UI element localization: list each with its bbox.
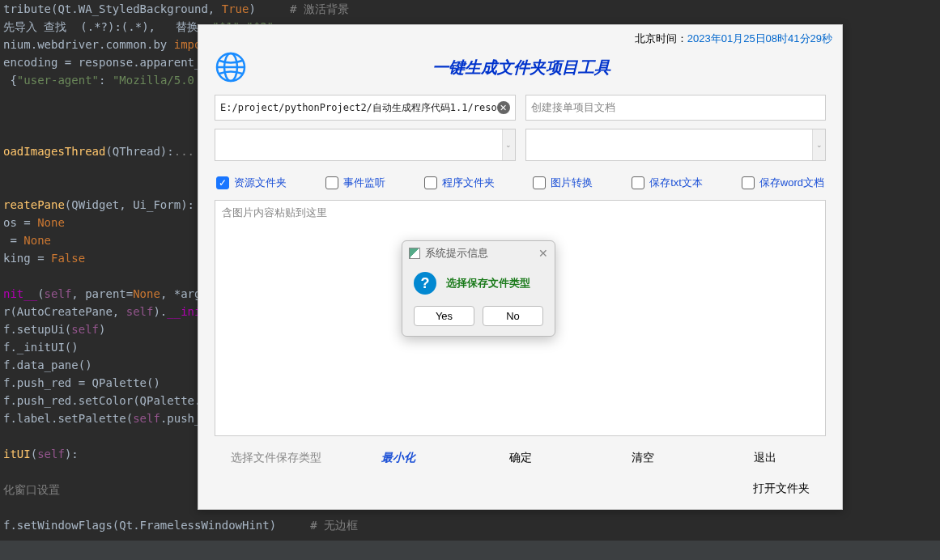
checkbox-box[interactable] bbox=[424, 176, 437, 189]
confirm-dialog: 系统提示信息 ✕ ? 选择保存文件类型 Yes No bbox=[402, 240, 555, 337]
path-input-field[interactable] bbox=[220, 102, 497, 113]
checkbox-label: 资源文件夹 bbox=[234, 176, 287, 190]
dialog-title: 系统提示信息 bbox=[425, 246, 488, 261]
globe-icon bbox=[215, 51, 247, 83]
time-label: 北京时间： bbox=[635, 32, 687, 46]
checkbox-label: 事件监听 bbox=[343, 176, 385, 190]
yes-button[interactable]: Yes bbox=[414, 306, 474, 326]
checkbox-box[interactable]: ✓ bbox=[216, 176, 229, 189]
checkbox-box[interactable] bbox=[533, 176, 546, 189]
checkbox-label: 程序文件夹 bbox=[442, 176, 495, 190]
dropdown-right[interactable]: ⌄ bbox=[525, 129, 827, 161]
checkbox-label: 保存word文档 bbox=[759, 176, 824, 190]
no-button[interactable]: No bbox=[483, 306, 543, 326]
open-folder-button[interactable]: 打开文件夹 bbox=[753, 482, 810, 496]
close-icon[interactable]: ✕ bbox=[538, 247, 548, 260]
checkbox-0[interactable]: ✓ 资源文件夹 bbox=[216, 176, 287, 190]
question-icon: ? bbox=[414, 272, 436, 295]
minimize-button[interactable]: 最小化 bbox=[337, 448, 459, 469]
checkbox-label: 保存txt文本 bbox=[649, 176, 703, 190]
app-title: 一键生成文件夹项目工具 bbox=[257, 57, 826, 78]
action-button-row: 选择文件保存类型 最小化 确定 清空 退出 bbox=[198, 439, 842, 473]
path-input[interactable]: ✕ bbox=[215, 95, 516, 121]
clear-button[interactable]: 清空 bbox=[581, 448, 704, 469]
chevron-down-icon: ⌄ bbox=[502, 129, 515, 160]
checkbox-label: 图片转换 bbox=[551, 176, 593, 190]
checkbox-5[interactable]: 保存word文档 bbox=[742, 176, 824, 190]
time-value: 2023年01月25日08时41分29秒 bbox=[687, 32, 832, 46]
exit-button[interactable]: 退出 bbox=[704, 448, 826, 469]
path-input-row: ✕ 创建接单项目文档 bbox=[198, 91, 842, 124]
dropdown-row: ⌄ ⌄ bbox=[198, 124, 842, 166]
dialog-app-icon bbox=[409, 248, 420, 259]
dropdown-left[interactable]: ⌄ bbox=[215, 129, 516, 161]
chevron-down-icon: ⌄ bbox=[812, 129, 825, 160]
checkbox-2[interactable]: 程序文件夹 bbox=[424, 176, 495, 190]
checkbox-row: ✓ 资源文件夹 事件监听 程序文件夹 图片转换 保存txt文本 保存word文档 bbox=[198, 166, 842, 197]
dialog-body: ? 选择保存文件类型 bbox=[402, 265, 555, 303]
dialog-titlebar: 系统提示信息 ✕ bbox=[402, 241, 555, 265]
checkbox-box[interactable] bbox=[742, 176, 755, 189]
header-time: 北京时间： 2023年01月25日08时41分29秒 bbox=[198, 25, 842, 48]
checkbox-3[interactable]: 图片转换 bbox=[533, 176, 593, 190]
dialog-buttons: Yes No bbox=[402, 303, 555, 336]
checkbox-4[interactable]: 保存txt文本 bbox=[632, 176, 703, 190]
title-row: 一键生成文件夹项目工具 bbox=[198, 48, 842, 91]
textarea-placeholder: 含图片内容粘贴到这里 bbox=[222, 206, 327, 218]
bottom-row: 打开文件夹 bbox=[198, 473, 842, 509]
doc-placeholder: 创建接单项目文档 bbox=[531, 100, 615, 115]
ide-status-bar bbox=[0, 541, 940, 560]
checkbox-1[interactable]: 事件监听 bbox=[325, 176, 385, 190]
clear-path-icon[interactable]: ✕ bbox=[497, 101, 510, 114]
confirm-button[interactable]: 确定 bbox=[459, 448, 581, 469]
checkbox-box[interactable] bbox=[632, 176, 644, 189]
select-type-button[interactable]: 选择文件保存类型 bbox=[215, 448, 337, 469]
checkbox-box[interactable] bbox=[325, 176, 338, 189]
dialog-message: 选择保存文件类型 bbox=[446, 276, 530, 291]
doc-input[interactable]: 创建接单项目文档 bbox=[525, 95, 827, 121]
